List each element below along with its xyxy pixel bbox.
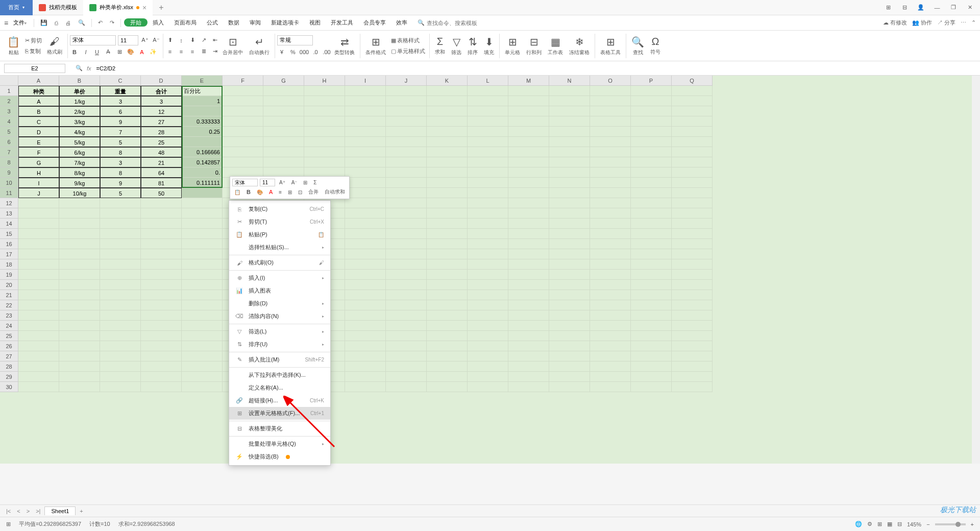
cell-empty[interactable] <box>182 290 223 300</box>
cond-format-button[interactable]: ⊞条件格式 <box>362 36 389 56</box>
cell-empty[interactable] <box>386 219 427 229</box>
cell-empty[interactable] <box>100 219 141 229</box>
orientation-icon[interactable]: ↗ <box>199 36 208 45</box>
cell-C2[interactable]: 3 <box>100 96 141 106</box>
cell-B3[interactable]: 2/kg <box>59 106 100 116</box>
more-icon[interactable]: ⋯ <box>961 19 966 26</box>
cell-empty[interactable] <box>386 178 427 188</box>
row-header-18[interactable]: 18 <box>0 259 18 270</box>
col-header-O[interactable]: O <box>590 76 631 86</box>
cell-empty[interactable] <box>590 280 631 290</box>
cell-empty[interactable] <box>590 382 631 392</box>
cell-empty[interactable] <box>59 372 100 382</box>
cell-empty[interactable] <box>508 86 549 96</box>
indent-inc-icon[interactable]: ⇥ <box>210 47 219 56</box>
cell-empty[interactable] <box>345 341 386 351</box>
cell-empty[interactable] <box>590 310 631 321</box>
font-color-icon[interactable]: A <box>137 47 146 57</box>
cell-empty[interactable] <box>18 310 59 321</box>
cell-empty[interactable] <box>672 178 713 188</box>
cell-empty[interactable] <box>59 351 100 361</box>
sheet-nav-prev-icon[interactable]: < <box>15 508 22 514</box>
col-header-A[interactable]: A <box>18 76 59 86</box>
cell-empty[interactable] <box>304 157 345 167</box>
col-header-E[interactable]: E <box>182 76 223 86</box>
cell-empty[interactable] <box>590 239 631 249</box>
table-style-button[interactable]: ▦表格样式 <box>389 36 427 45</box>
cell-empty[interactable] <box>59 259 100 270</box>
cell-empty[interactable] <box>100 290 141 300</box>
cell-empty[interactable] <box>59 229 100 239</box>
cell-empty[interactable] <box>345 249 386 259</box>
menu-tab-2[interactable]: 页面布局 <box>169 19 202 26</box>
context-menu-item-7[interactable]: ⊕插入(I)▸ <box>229 272 330 284</box>
cell-B8[interactable]: 7/kg <box>59 157 100 167</box>
cell-empty[interactable] <box>345 167 386 178</box>
cell-empty[interactable] <box>549 106 590 116</box>
cell-empty[interactable] <box>345 310 386 321</box>
cell-empty[interactable] <box>508 127 549 137</box>
template-tab[interactable]: 找稻壳模板 <box>33 0 83 15</box>
cell-empty[interactable] <box>345 382 386 392</box>
cell-empty[interactable] <box>386 96 427 106</box>
cell-C10[interactable]: 9 <box>100 178 141 188</box>
row-header-22[interactable]: 22 <box>0 300 18 310</box>
row-header-16[interactable]: 16 <box>0 239 18 249</box>
cell-empty[interactable] <box>508 310 549 321</box>
cell-E3[interactable] <box>182 106 223 116</box>
border-icon[interactable]: ⊞ <box>115 47 124 57</box>
row-header-3[interactable]: 3 <box>0 106 18 116</box>
cell-empty[interactable] <box>223 106 263 116</box>
cell-empty[interactable] <box>631 198 672 208</box>
worksheet-button[interactable]: ▦工作表 <box>545 36 566 56</box>
cell-empty[interactable] <box>631 147 672 157</box>
cell-empty[interactable] <box>427 157 468 167</box>
row-header-2[interactable]: 2 <box>0 96 18 106</box>
menu-tab-3[interactable]: 公式 <box>202 19 223 26</box>
cell-empty[interactable] <box>386 351 427 361</box>
view-page-icon[interactable]: ▦ <box>887 521 892 527</box>
cell-empty[interactable] <box>345 106 386 116</box>
col-header-L[interactable]: L <box>468 76 508 86</box>
cell-empty[interactable] <box>100 270 141 280</box>
cell-empty[interactable] <box>549 300 590 310</box>
paste-options-icon[interactable]: 📋 <box>318 232 324 237</box>
mini-font-select[interactable] <box>232 179 258 186</box>
cell-empty[interactable] <box>549 147 590 157</box>
cell-empty[interactable] <box>223 137 263 147</box>
cell-empty[interactable] <box>508 198 549 208</box>
cell-empty[interactable] <box>345 259 386 270</box>
cell-empty[interactable] <box>590 341 631 351</box>
cell-empty[interactable] <box>468 361 508 372</box>
cell-empty[interactable] <box>508 147 549 157</box>
col-header-B[interactable]: B <box>59 76 100 86</box>
mini-format-icon[interactable]: ⊡ <box>296 188 304 196</box>
cell-D4[interactable]: 27 <box>141 116 182 127</box>
cell-empty[interactable] <box>549 341 590 351</box>
cell-empty[interactable] <box>345 86 386 96</box>
cell-D10[interactable]: 81 <box>141 178 182 188</box>
effects-icon[interactable]: ✨ <box>149 47 158 57</box>
cell-empty[interactable] <box>386 249 427 259</box>
cell-empty[interactable] <box>672 106 713 116</box>
cell-empty[interactable] <box>223 157 263 167</box>
cell-empty[interactable] <box>59 249 100 259</box>
context-menu-item-13[interactable]: ⇅排序(U)▸ <box>229 338 330 351</box>
cell-B9[interactable]: 8/kg <box>59 167 100 178</box>
cell-empty[interactable] <box>263 96 304 106</box>
comma-icon[interactable]: 000 <box>300 47 309 57</box>
decrease-font-icon[interactable]: A⁻ <box>152 36 161 45</box>
cell-empty[interactable] <box>386 157 427 167</box>
cell-empty[interactable] <box>427 372 468 382</box>
cell-empty[interactable] <box>59 300 100 310</box>
cell-empty[interactable] <box>508 167 549 178</box>
cell-empty[interactable] <box>386 137 427 147</box>
cell-empty[interactable] <box>631 361 672 372</box>
formula-input[interactable] <box>95 64 810 73</box>
row-header-26[interactable]: 26 <box>0 341 18 351</box>
cell-empty[interactable] <box>427 310 468 321</box>
cell-empty[interactable] <box>304 96 345 106</box>
cell-empty[interactable] <box>223 127 263 137</box>
cell-empty[interactable] <box>182 310 223 321</box>
cell-empty[interactable] <box>549 178 590 188</box>
